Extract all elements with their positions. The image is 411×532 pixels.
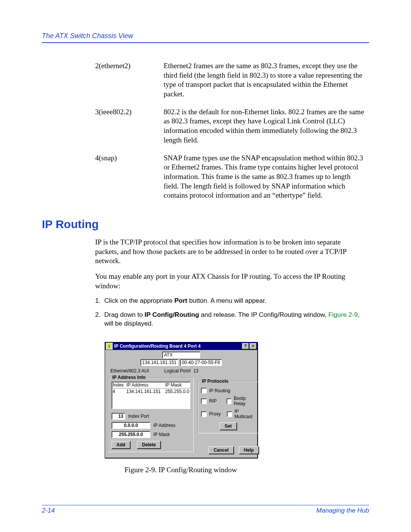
text: Drag down to <box>104 311 145 318</box>
step-number: 2. <box>95 311 104 328</box>
ip-routing-checkbox[interactable] <box>201 388 207 393</box>
bootp-relay-checkbox[interactable] <box>226 398 231 404</box>
ip-routing-label: IP Routing <box>209 388 230 393</box>
body-text: IP is the TCP/IP protocol that specifies… <box>95 238 365 291</box>
ip-mask-input[interactable]: 255.255.0.0 <box>112 431 150 438</box>
step-text: Drag down to IP Config/Routing and relea… <box>104 311 365 328</box>
app-icon: i <box>106 343 113 350</box>
ip-mask-label: IP Mask <box>153 432 170 437</box>
group-legend: IP Protocols <box>200 379 230 384</box>
definition-body: SNAP frame types use the SNAP encapsulat… <box>164 153 365 200</box>
logical-port-label: Logical Port# 13 <box>164 368 198 374</box>
device-mac-field: 00-40-27-00-55-F6 <box>180 359 222 366</box>
proxy-label: Proxy <box>209 411 221 417</box>
close-icon[interactable]: × <box>250 343 256 349</box>
ip-config-dialog: i IP Configuration/Routing Board 4 Port … <box>105 342 258 458</box>
page-footer: 2-14 Managing the Hub <box>42 505 369 514</box>
ip-address-table[interactable]: Index IP Address IP Mask 4 134.141.161.1… <box>112 382 190 409</box>
ip-address-info-group: IP Address Info Index IP Address IP Mask… <box>108 377 194 452</box>
add-button[interactable]: Add <box>112 441 130 449</box>
cancel-button[interactable]: Cancel <box>209 446 233 454</box>
definition-row: 4(snap) SNAP frame types use the SNAP en… <box>95 153 365 200</box>
page: The ATX Switch Chassis View 2(ethernet2)… <box>0 0 411 532</box>
cell-mask: 255.255.0.0 <box>165 389 189 394</box>
index-port-input[interactable]: 13 <box>112 413 125 420</box>
ip-protocols-group: IP Protocols IP Routing RIP <box>198 381 258 433</box>
figure-reference-link[interactable]: Figure 2-9 <box>328 311 358 318</box>
help-button[interactable]: Help <box>239 446 259 454</box>
help-icon[interactable]: ? <box>242 343 249 349</box>
set-button[interactable]: Set <box>220 422 237 430</box>
running-header: The ATX Switch Chassis View <box>42 32 369 42</box>
text: button. A menu will appear. <box>187 297 266 304</box>
figure: i IP Configuration/Routing Board 4 Port … <box>105 342 369 474</box>
definition-body: 802.2 is the default for non-Ethernet li… <box>164 107 365 145</box>
footer-rule <box>42 505 369 505</box>
page-number: 2-14 <box>42 507 55 514</box>
delete-button[interactable]: Delete <box>137 441 161 449</box>
dialog-body: ATX 134.141.161.151 00-40-27-00-55-F6 Et… <box>105 350 257 458</box>
footer-title: Managing the Hub <box>316 507 369 514</box>
header-rule <box>42 42 369 43</box>
step-text: Click on the appropriate Port button. A … <box>104 297 266 305</box>
col-mask: IP Mask <box>165 382 189 388</box>
device-ip-field: 134.141.161.151 <box>140 359 178 366</box>
definition-term: 3(ieee802.2) <box>95 107 164 145</box>
proxy-checkbox[interactable] <box>201 411 207 417</box>
col-index: Index <box>113 382 126 388</box>
rip-label: RIP <box>209 398 217 404</box>
ip-multicast-label: IP Multicast <box>234 409 255 419</box>
paragraph: You may enable any port in your ATX Chas… <box>95 272 365 291</box>
logical-port-value: 13 <box>193 368 198 374</box>
titlebar[interactable]: i IP Configuration/Routing Board 4 Port … <box>105 342 257 350</box>
text: Click on the appropriate <box>104 297 174 304</box>
step-list: 1. Click on the appropriate Port button.… <box>95 297 365 328</box>
rip-checkbox[interactable] <box>201 398 207 404</box>
step-item: 2. Drag down to IP Config/Routing and re… <box>95 311 365 328</box>
device-name-field: ATX <box>162 351 200 358</box>
bootp-relay-label: Bootp Relay <box>234 396 255 406</box>
window-title: IP Configuration/Routing Board 4 Port 4 <box>114 343 201 349</box>
cell-ip: 134.141.161.151 <box>126 389 165 394</box>
bold-text: IP Config/Routing <box>145 311 199 318</box>
group-legend: IP Address Info <box>111 375 147 380</box>
figure-caption: Figure 2-9. IP Config/Routing window <box>82 466 280 474</box>
step-number: 1. <box>95 297 104 305</box>
definition-row: 2(ethernet2) Ethernet2 frames are the sa… <box>95 61 365 99</box>
col-ip: IP Address <box>126 382 165 388</box>
definition-term: 4(snap) <box>95 153 164 200</box>
section-heading: IP Routing <box>42 218 369 231</box>
text: Logical Port# <box>164 368 191 374</box>
text: and release. The IP Config/Routing windo… <box>199 311 328 318</box>
definition-body: Ethernet2 frames are the same as 802.3 f… <box>164 61 365 99</box>
ip-address-label: IP Address <box>153 423 175 428</box>
media-type-label: Ethernet/802.3 AUI <box>110 368 149 374</box>
definition-term: 2(ethernet2) <box>95 61 164 99</box>
step-item: 1. Click on the appropriate Port button.… <box>95 297 365 305</box>
paragraph: IP is the TCP/IP protocol that specifies… <box>95 238 365 266</box>
ip-multicast-checkbox[interactable] <box>227 411 232 417</box>
cell-index: 4 <box>113 389 126 394</box>
definition-list: 2(ethernet2) Ethernet2 frames are the sa… <box>95 61 365 200</box>
ip-address-input[interactable]: 0.0.0.0 <box>112 422 150 429</box>
bold-text: Port <box>174 297 187 304</box>
definition-row: 3(ieee802.2) 802.2 is the default for no… <box>95 107 365 145</box>
index-port-label: Index Port <box>128 414 149 419</box>
table-row[interactable]: 4 134.141.161.151 255.255.0.0 <box>112 388 190 395</box>
